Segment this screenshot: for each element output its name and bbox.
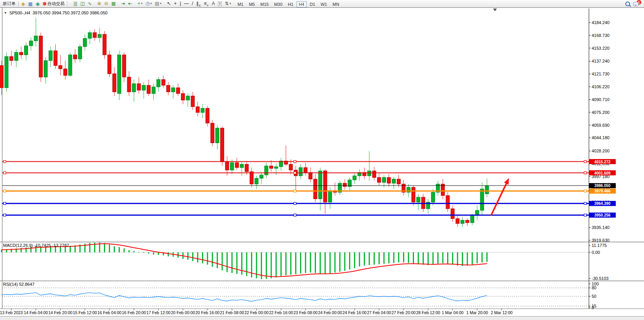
timeframe-mn-button[interactable]: MN <box>330 1 341 7</box>
chart-symbol-period: SP500-,H4 <box>9 10 30 15</box>
svg-text:0.00: 0.00 <box>592 250 600 255</box>
periods-button[interactable]: ◷▾ <box>144 0 153 7</box>
svg-text:4153.220: 4153.220 <box>592 46 610 51</box>
dropdown-caret-icon[interactable]: ▾ <box>141 2 142 5</box>
templates-button[interactable]: ▤▾ <box>153 0 163 7</box>
timeframe-h1-button[interactable]: H1 <box>286 1 296 7</box>
cursor-button[interactable]: ↖ <box>165 0 172 7</box>
timeframe-m5-button[interactable]: M5 <box>247 1 257 7</box>
svg-text:0: 0 <box>592 305 594 310</box>
svg-text:3964.390: 3964.390 <box>594 201 611 206</box>
toolbar-drag-handle <box>67 1 69 7</box>
svg-text:27 Feb 04:00: 27 Feb 04:00 <box>367 310 391 315</box>
timeframe-w1-button[interactable]: W1 <box>318 1 330 7</box>
label-icon: T <box>218 2 222 6</box>
dropdown-caret-icon[interactable]: ▾ <box>230 2 231 5</box>
indicators-icon: + <box>137 1 140 6</box>
fibonacci-icon-sub: F <box>207 4 209 7</box>
text-button[interactable]: A <box>210 0 216 7</box>
svg-text:3935.140: 3935.140 <box>592 225 610 230</box>
svg-text:11.1775: 11.1775 <box>592 243 607 248</box>
svg-text:28 Feb 12:00: 28 Feb 12:00 <box>416 310 440 315</box>
auto-trading-icon <box>43 2 46 5</box>
arrows-icon: ⇅ <box>225 1 229 6</box>
bar-chart-button[interactable]: ||| <box>72 0 79 7</box>
broadcast-button[interactable]: ◉ <box>34 0 41 7</box>
channel-button[interactable]: ∥E <box>195 0 202 7</box>
crosshair-icon: + <box>174 1 177 6</box>
svg-text:17 Feb 12:00: 17 Feb 12:00 <box>146 310 170 315</box>
chat-button[interactable]: 1 <box>632 0 643 7</box>
trendline-button[interactable]: / <box>190 0 195 7</box>
svg-text:4106.220: 4106.220 <box>592 84 610 89</box>
horizontal-line-button[interactable]: — <box>182 0 190 7</box>
timeframe-m30-button[interactable]: M30 <box>272 1 284 7</box>
auto-scroll-icon: ⇥ <box>121 1 125 6</box>
line-chart-button[interactable]: ∿ <box>86 0 93 7</box>
broadcast-icon: ◉ <box>36 1 40 7</box>
channel-icon-sub: E <box>199 4 201 7</box>
svg-text:20 Feb 00:00: 20 Feb 00:00 <box>171 310 195 315</box>
svg-text:16 Feb 20:00: 16 Feb 20:00 <box>122 310 146 315</box>
svg-text:3986.050: 3986.050 <box>594 184 611 188</box>
fibonacci-icon: ≡ <box>204 1 207 6</box>
indicators-button[interactable]: +▾ <box>136 0 144 7</box>
timeframe-d1-button[interactable]: D1 <box>307 1 318 7</box>
chart-window-icon: ▦ <box>28 1 32 7</box>
chart-canvas[interactable]: 4184.2404168.7304153.2204137.2404121.730… <box>0 8 644 316</box>
candlestick-chart-button[interactable]: ◫ <box>79 0 86 7</box>
chart-ohlc-values: 3976.050 3994.750 3972.050 3986.050 <box>33 10 108 15</box>
status-strip <box>0 316 644 320</box>
svg-text:4168.730: 4168.730 <box>592 33 610 38</box>
svg-text:23 Feb 08:00: 23 Feb 08:00 <box>293 310 318 315</box>
vertical-line-button[interactable]: | <box>178 0 182 7</box>
horizontal-line-icon: — <box>184 1 189 6</box>
auto-scroll-button[interactable]: ⇥ <box>119 0 126 7</box>
svg-text:3979.466: 3979.466 <box>594 189 611 193</box>
svg-text:50: 50 <box>592 294 597 299</box>
timeframe-m1-button[interactable]: M1 <box>235 1 246 7</box>
crosshair-button[interactable]: + <box>172 0 178 7</box>
collapse-chart-icon[interactable]: ▼ <box>4 11 7 15</box>
chat-icon <box>633 2 639 6</box>
timeframe-h4-button[interactable]: H4 <box>297 1 307 7</box>
periods-icon: ◷ <box>146 1 149 6</box>
svg-text:24 Feb 00:00: 24 Feb 00:00 <box>318 310 342 315</box>
timeframe-m15-button[interactable]: M15 <box>258 1 271 7</box>
auto-trading-button[interactable]: 自动交易 <box>41 0 66 7</box>
zoom-in-button[interactable]: ⊕ <box>96 0 103 7</box>
toolbar: 新订单 ◆▦◉ 自动交易 |||◫∿⊕⊖▦⇥⇤+▾◷▾▤▾↖+|—/∥E≡FAT… <box>0 0 644 8</box>
fibonacci-button[interactable]: ≡F <box>202 0 210 7</box>
svg-text:4015.272: 4015.272 <box>594 160 611 164</box>
zoom-out-button[interactable]: ⊖ <box>103 0 110 7</box>
svg-text:22 Feb 16:00: 22 Feb 16:00 <box>269 310 293 315</box>
svg-text:13 Feb 2023: 13 Feb 2023 <box>0 310 23 315</box>
dropdown-caret-icon[interactable]: ▾ <box>160 2 161 5</box>
new-order-button[interactable]: 新订单 <box>1 0 17 7</box>
svg-text:1 Mar 04:00: 1 Mar 04:00 <box>442 310 463 315</box>
svg-text:21 Feb 08:00: 21 Feb 08:00 <box>220 310 244 315</box>
svg-text:80: 80 <box>592 285 597 290</box>
svg-text:4184.240: 4184.240 <box>592 20 610 25</box>
auto-trading-label: 自动交易 <box>47 1 65 7</box>
charts-button[interactable]: ◆ <box>20 0 26 7</box>
svg-text:24 Feb 16:00: 24 Feb 16:00 <box>342 310 367 315</box>
channel-icon: ∥ <box>196 1 198 6</box>
tile-windows-button[interactable]: ▦ <box>110 0 117 7</box>
rsi-indicator-label: RSI(14) 52.8647 <box>3 282 35 287</box>
new-order-label: 新订单 <box>3 1 16 7</box>
arrows-button[interactable]: ⇅▾ <box>223 0 233 7</box>
vertical-line-icon: | <box>180 1 181 6</box>
svg-text:15 Feb 12:00: 15 Feb 12:00 <box>73 310 97 315</box>
chart-window-button[interactable]: ▦ <box>26 0 34 7</box>
candlestick-chart-icon: ◫ <box>80 1 84 6</box>
svg-text:14 Feb 04:00: 14 Feb 04:00 <box>24 310 48 315</box>
search-button[interactable] <box>624 0 632 7</box>
label-button[interactable]: T <box>216 0 223 8</box>
zoom-in-icon: ⊕ <box>97 1 101 6</box>
timeframe-toolbar: M1M5M15M30H1H4D1W1MN <box>232 0 342 7</box>
chart-shift-button[interactable]: ⇤ <box>126 0 133 7</box>
trendline-icon: / <box>192 1 193 6</box>
toolbar-separator <box>18 1 19 7</box>
dropdown-caret-icon[interactable]: ▾ <box>150 2 152 5</box>
